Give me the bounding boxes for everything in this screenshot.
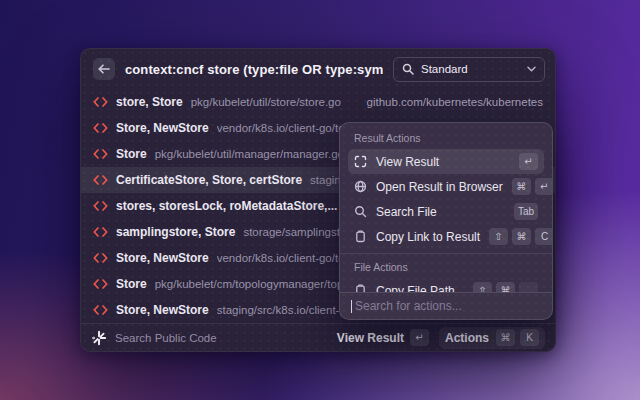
code-brackets-icon xyxy=(93,97,108,107)
pattern-selector-value: Standard xyxy=(421,63,520,75)
result-symbols: Store, NewStore xyxy=(116,121,209,135)
brand-label: Search Public Code xyxy=(115,332,217,344)
menu-item-label: Open Result in Browser xyxy=(376,180,503,194)
menu-item-label: View Result xyxy=(376,155,439,169)
code-brackets-icon xyxy=(93,279,108,289)
clipboard-icon xyxy=(354,230,367,243)
menu-section-title: Result Actions xyxy=(348,128,544,149)
actions-menu: Result Actions View Result ↵ xyxy=(339,122,553,320)
result-symbols: samplingstore, Store xyxy=(116,225,235,239)
result-row[interactable]: store, Store pkg/kubelet/util/store/stor… xyxy=(81,89,555,115)
search-icon xyxy=(354,205,367,218)
footer: Search Public Code View Result ↵ Actions… xyxy=(81,323,555,351)
key-tab: Tab xyxy=(514,203,538,220)
actions-menu-body: Result Actions View Result ↵ xyxy=(340,123,552,292)
expand-icon xyxy=(354,155,367,168)
chevron-down-icon xyxy=(527,66,536,72)
view-result-label: View Result xyxy=(337,331,404,345)
key-enter: ↵ xyxy=(410,329,429,346)
result-symbols: Store, NewStore xyxy=(116,303,209,317)
globe-icon xyxy=(354,180,367,193)
code-brackets-icon xyxy=(93,123,108,133)
code-brackets-icon xyxy=(93,305,108,315)
menu-divider xyxy=(340,253,552,254)
result-path: pkg/kubelet/util/store/store.go xyxy=(191,96,341,108)
key-cmd: ⌘ xyxy=(512,178,531,195)
code-brackets-icon xyxy=(93,175,108,185)
result-symbols: CertificateStore, Store, certStore xyxy=(116,173,302,187)
menu-item-copy-file-path[interactable]: Copy File Path ⇧ ⌘ xyxy=(348,278,544,292)
result-symbols: stores, storesLock, roMetadataStore,... xyxy=(116,199,337,213)
result-symbols: Store xyxy=(116,277,147,291)
sourcegraph-spark-logo-icon xyxy=(91,330,107,346)
menu-item-label: Copy File Path xyxy=(376,284,455,293)
menu-item-label: Search File xyxy=(376,205,437,219)
search-palette-window: context:cncf store (type:file OR type:sy… xyxy=(80,48,556,352)
menu-item-search-file[interactable]: Search File Tab xyxy=(348,199,544,224)
key-shift: ⇧ xyxy=(473,282,492,292)
view-result-button[interactable]: View Result ↵ xyxy=(337,329,429,346)
key-c: C xyxy=(535,228,552,245)
key-enter: ↵ xyxy=(519,153,538,170)
result-symbols: Store, NewStore xyxy=(116,251,209,265)
result-symbols: Store xyxy=(116,147,147,161)
clipboard-icon xyxy=(354,284,367,292)
key-cmd: ⌘ xyxy=(512,228,531,245)
code-brackets-icon xyxy=(93,149,108,159)
menu-item-label: Copy Link to Result xyxy=(376,230,480,244)
result-symbols: store, Store xyxy=(116,95,183,109)
pattern-selector-dropdown[interactable]: Standard xyxy=(393,57,545,82)
menu-item-copy-link[interactable]: Copy Link to Result ⇧ ⌘ C xyxy=(348,224,544,249)
result-path: pkg/kubelet/util/manager/manager.go xyxy=(155,148,344,160)
actions-search-input[interactable] xyxy=(355,299,541,313)
actions-label: Actions xyxy=(445,331,489,345)
key-k: K xyxy=(520,329,539,346)
search-query[interactable]: context:cncf store (type:file OR type:sy… xyxy=(125,62,383,77)
code-brackets-icon xyxy=(93,201,108,211)
key-cmd: ⌘ xyxy=(496,329,515,346)
key-enter: ↵ xyxy=(535,178,552,195)
menu-item-open-in-browser[interactable]: Open Result in Browser ⌘ ↵ xyxy=(348,174,544,199)
back-button[interactable] xyxy=(93,58,115,80)
result-repo: github.com/kubernetes/kubernetes xyxy=(367,96,543,108)
header: context:cncf store (type:file OR type:sy… xyxy=(81,49,555,89)
code-brackets-icon xyxy=(93,227,108,237)
menu-item-view-result[interactable]: View Result ↵ xyxy=(348,149,544,174)
key-shift: ⇧ xyxy=(489,228,508,245)
text-cursor xyxy=(351,300,352,313)
menu-section-title: File Actions xyxy=(348,257,544,278)
arrow-left-icon xyxy=(98,64,110,74)
key-cmd: ⌘ xyxy=(496,282,515,292)
key-hidden xyxy=(519,282,538,292)
code-brackets-icon xyxy=(93,253,108,263)
actions-button[interactable]: Actions ⌘ K xyxy=(439,327,545,349)
footer-actions: View Result ↵ Actions ⌘ K xyxy=(337,327,545,349)
search-icon xyxy=(402,63,414,75)
actions-search-bar xyxy=(340,292,552,319)
